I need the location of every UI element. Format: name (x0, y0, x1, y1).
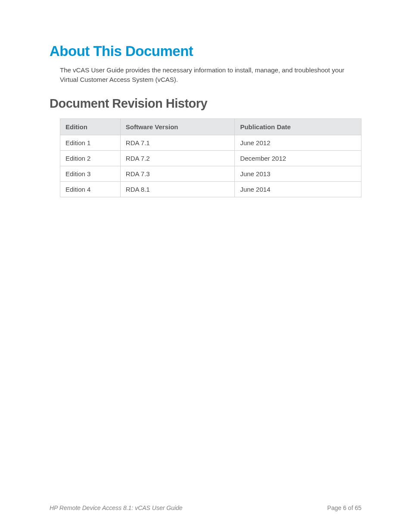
table-row: Edition 1 RDA 7.1 June 2012 (60, 135, 361, 150)
table-row: Edition 2 RDA 7.2 December 2012 (60, 150, 361, 166)
cell-version: RDA 8.1 (120, 181, 235, 197)
table-row: Edition 4 RDA 8.1 June 2014 (60, 181, 361, 197)
cell-date: December 2012 (235, 150, 361, 166)
header-version: Software Version (120, 118, 235, 135)
cell-edition: Edition 3 (60, 166, 121, 181)
cell-edition: Edition 2 (60, 150, 121, 166)
cell-version: RDA 7.2 (120, 150, 235, 166)
cell-date: June 2014 (235, 181, 361, 197)
footer-page-number: Page 6 of 65 (327, 504, 361, 511)
header-date: Publication Date (235, 118, 361, 135)
page-footer: HP Remote Device Access 8.1: vCAS User G… (50, 504, 361, 511)
cell-version: RDA 7.3 (120, 166, 235, 181)
page-heading: About This Document (50, 43, 361, 59)
cell-version: RDA 7.1 (120, 135, 235, 150)
table-header-row: Edition Software Version Publication Dat… (60, 118, 361, 135)
revision-history-table: Edition Software Version Publication Dat… (60, 118, 361, 197)
cell-edition: Edition 1 (60, 135, 121, 150)
intro-paragraph: The vCAS User Guide provides the necessa… (60, 65, 361, 84)
cell-date: June 2013 (235, 166, 361, 181)
cell-edition: Edition 4 (60, 181, 121, 197)
cell-date: June 2012 (235, 135, 361, 150)
footer-title: HP Remote Device Access 8.1: vCAS User G… (50, 504, 183, 511)
header-edition: Edition (60, 118, 121, 135)
section-heading: Document Revision History (50, 96, 361, 111)
table-row: Edition 3 RDA 7.3 June 2013 (60, 166, 361, 181)
